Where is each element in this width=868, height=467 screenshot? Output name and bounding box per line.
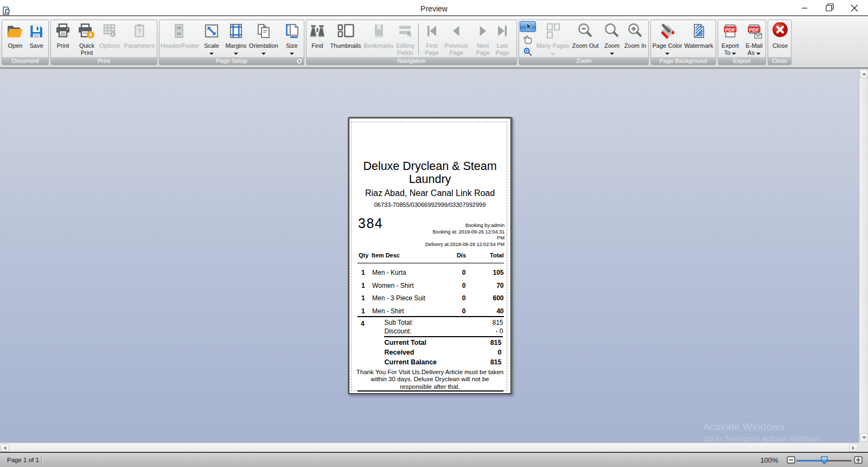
svg-text:?: ?: [137, 27, 142, 35]
svg-text:PDF: PDF: [725, 27, 736, 33]
svg-text:PDF: PDF: [749, 27, 760, 33]
